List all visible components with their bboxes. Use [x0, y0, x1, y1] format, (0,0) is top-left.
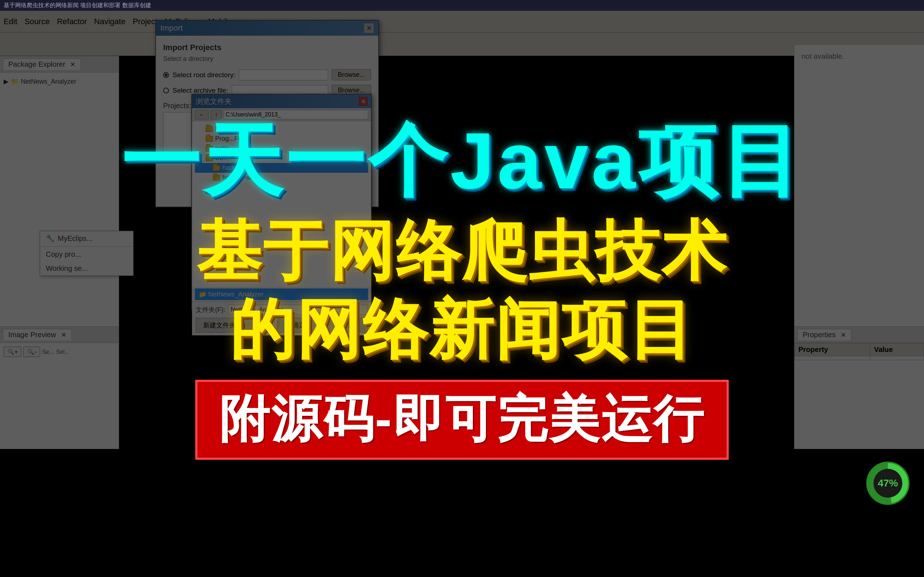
title-line1: 一天一个Java项目 — [121, 117, 803, 205]
status-percent: 47% — [874, 469, 902, 498]
subtitle-line: 附源码-即可完美运行 — [195, 380, 729, 460]
status-indicator: 47% — [866, 462, 909, 505]
window-titlebar: 基于网络爬虫技术的网络新闻 项目创建和部署 数据库创建 — [0, 0, 924, 11]
window-title: 基于网络爬虫技术的网络新闻 项目创建和部署 数据库创建 — [3, 2, 151, 10]
title-line2: 基于网络爬虫技术 — [196, 215, 728, 287]
title-line3: 的网络新闻项目 — [229, 294, 695, 365]
main-overlay: 一天一个Java项目 基于网络爬虫技术 的网络新闻项目 附源码-即可完美运行 — [0, 0, 924, 577]
